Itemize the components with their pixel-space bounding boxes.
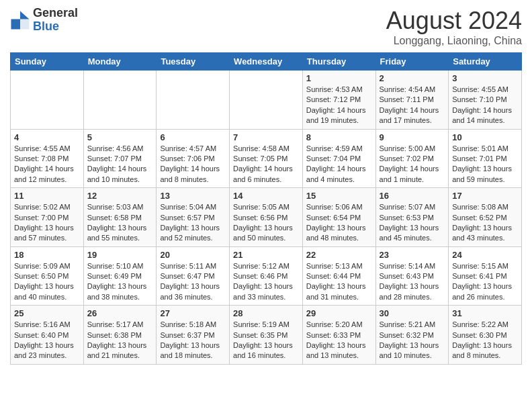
cell-sun-info: Sunrise: 5:18 AM Sunset: 6:37 PM Dayligh… (160, 320, 226, 361)
calendar-cell: 19Sunrise: 5:10 AM Sunset: 6:49 PM Dayli… (83, 246, 157, 306)
calendar-week-row: 18Sunrise: 5:09 AM Sunset: 6:50 PM Dayli… (11, 246, 522, 306)
cell-sun-info: Sunrise: 4:54 AM Sunset: 7:11 PM Dayligh… (380, 85, 445, 126)
calendar-cell: 25Sunrise: 5:16 AM Sunset: 6:40 PM Dayli… (11, 306, 84, 365)
calendar-cell: 14Sunrise: 5:05 AM Sunset: 6:56 PM Dayli… (230, 188, 303, 247)
day-number: 16 (380, 191, 445, 201)
day-number: 11 (14, 191, 80, 201)
cell-sun-info: Sunrise: 5:20 AM Sunset: 6:33 PM Dayligh… (306, 320, 372, 361)
cell-sun-info: Sunrise: 5:00 AM Sunset: 7:02 PM Dayligh… (380, 144, 445, 185)
day-of-week-header: Friday (375, 53, 449, 71)
cell-sun-info: Sunrise: 5:16 AM Sunset: 6:40 PM Dayligh… (14, 320, 80, 361)
calendar-cell: 7Sunrise: 4:58 AM Sunset: 7:05 PM Daylig… (230, 129, 303, 188)
day-number: 30 (380, 308, 445, 318)
cell-sun-info: Sunrise: 4:59 AM Sunset: 7:04 PM Dayligh… (306, 144, 372, 185)
svg-rect-2 (11, 19, 21, 29)
cell-sun-info: Sunrise: 5:19 AM Sunset: 6:35 PM Dayligh… (233, 320, 299, 361)
day-of-week-header: Sunday (11, 53, 84, 71)
cell-sun-info: Sunrise: 5:09 AM Sunset: 6:50 PM Dayligh… (14, 261, 80, 303)
day-number: 28 (233, 308, 299, 318)
page-header: General Blue August 2024 Longgang, Liaon… (10, 7, 522, 47)
day-number: 3 (452, 73, 518, 83)
day-number: 19 (87, 250, 153, 260)
cell-sun-info: Sunrise: 5:11 AM Sunset: 6:47 PM Dayligh… (160, 261, 226, 303)
day-of-week-header: Saturday (449, 53, 522, 71)
day-number: 12 (87, 191, 153, 201)
cell-sun-info: Sunrise: 5:21 AM Sunset: 6:32 PM Dayligh… (380, 320, 445, 361)
calendar-cell: 5Sunrise: 4:56 AM Sunset: 7:07 PM Daylig… (83, 129, 157, 188)
day-number: 17 (452, 191, 518, 201)
logo: General Blue (10, 7, 78, 34)
calendar-cell: 16Sunrise: 5:07 AM Sunset: 6:53 PM Dayli… (375, 188, 449, 247)
logo-icon (10, 10, 30, 30)
calendar-cell: 17Sunrise: 5:08 AM Sunset: 6:52 PM Dayli… (449, 188, 522, 247)
day-number: 29 (306, 308, 372, 318)
cell-sun-info: Sunrise: 5:07 AM Sunset: 6:53 PM Dayligh… (380, 202, 445, 244)
cell-sun-info: Sunrise: 5:17 AM Sunset: 6:38 PM Dayligh… (87, 320, 153, 361)
calendar-cell: 6Sunrise: 4:57 AM Sunset: 7:06 PM Daylig… (157, 129, 230, 188)
calendar-cell (11, 71, 84, 130)
calendar-cell: 15Sunrise: 5:06 AM Sunset: 6:54 PM Dayli… (302, 188, 375, 247)
calendar-cell: 28Sunrise: 5:19 AM Sunset: 6:35 PM Dayli… (230, 306, 303, 365)
calendar-cell (230, 71, 303, 130)
day-number: 10 (452, 132, 518, 142)
calendar-cell: 9Sunrise: 5:00 AM Sunset: 7:02 PM Daylig… (375, 129, 449, 188)
calendar-cell (157, 71, 230, 130)
cell-sun-info: Sunrise: 4:57 AM Sunset: 7:06 PM Dayligh… (160, 144, 226, 185)
cell-sun-info: Sunrise: 5:01 AM Sunset: 7:01 PM Dayligh… (452, 144, 518, 185)
calendar-cell: 12Sunrise: 5:03 AM Sunset: 6:58 PM Dayli… (83, 188, 157, 247)
location-text: Longgang, Liaoning, China (386, 35, 522, 47)
calendar-cell (83, 71, 157, 130)
calendar-week-row: 11Sunrise: 5:02 AM Sunset: 7:00 PM Dayli… (11, 188, 522, 247)
day-number: 18 (14, 250, 80, 260)
day-number: 7 (233, 132, 299, 142)
cell-sun-info: Sunrise: 5:13 AM Sunset: 6:44 PM Dayligh… (306, 261, 372, 303)
day-number: 26 (87, 308, 153, 318)
day-number: 24 (452, 250, 518, 260)
cell-sun-info: Sunrise: 5:02 AM Sunset: 7:00 PM Dayligh… (14, 202, 80, 244)
day-number: 1 (306, 73, 372, 83)
calendar-cell: 31Sunrise: 5:22 AM Sunset: 6:30 PM Dayli… (449, 306, 522, 365)
day-number: 20 (160, 250, 226, 260)
calendar-cell: 13Sunrise: 5:04 AM Sunset: 6:57 PM Dayli… (157, 188, 230, 247)
day-number: 2 (380, 73, 445, 83)
calendar-cell: 10Sunrise: 5:01 AM Sunset: 7:01 PM Dayli… (449, 129, 522, 188)
cell-sun-info: Sunrise: 4:55 AM Sunset: 7:10 PM Dayligh… (452, 85, 518, 126)
cell-sun-info: Sunrise: 4:55 AM Sunset: 7:08 PM Dayligh… (14, 144, 80, 185)
cell-sun-info: Sunrise: 5:08 AM Sunset: 6:52 PM Dayligh… (452, 202, 518, 244)
calendar-header-row: SundayMondayTuesdayWednesdayThursdayFrid… (11, 53, 522, 71)
calendar-cell: 20Sunrise: 5:11 AM Sunset: 6:47 PM Dayli… (157, 246, 230, 306)
day-number: 6 (160, 132, 226, 142)
cell-sun-info: Sunrise: 5:04 AM Sunset: 6:57 PM Dayligh… (160, 202, 226, 244)
calendar-cell: 22Sunrise: 5:13 AM Sunset: 6:44 PM Dayli… (302, 246, 375, 306)
svg-marker-0 (20, 11, 30, 19)
calendar-cell: 11Sunrise: 5:02 AM Sunset: 7:00 PM Dayli… (11, 188, 84, 247)
day-number: 21 (233, 250, 299, 260)
cell-sun-info: Sunrise: 5:06 AM Sunset: 6:54 PM Dayligh… (306, 202, 372, 244)
day-number: 15 (306, 191, 372, 201)
calendar-week-row: 4Sunrise: 4:55 AM Sunset: 7:08 PM Daylig… (11, 129, 522, 188)
day-of-week-header: Monday (83, 53, 157, 71)
calendar-cell: 18Sunrise: 5:09 AM Sunset: 6:50 PM Dayli… (11, 246, 84, 306)
calendar-cell: 1Sunrise: 4:53 AM Sunset: 7:12 PM Daylig… (302, 71, 375, 130)
calendar-cell: 23Sunrise: 5:14 AM Sunset: 6:43 PM Dayli… (375, 246, 449, 306)
calendar-cell: 26Sunrise: 5:17 AM Sunset: 6:38 PM Dayli… (83, 306, 157, 365)
day-number: 8 (306, 132, 372, 142)
calendar-week-row: 1Sunrise: 4:53 AM Sunset: 7:12 PM Daylig… (11, 71, 522, 130)
calendar-cell: 21Sunrise: 5:12 AM Sunset: 6:46 PM Dayli… (230, 246, 303, 306)
logo-general-text: General (33, 6, 78, 19)
month-title: August 2024 (386, 7, 522, 35)
day-number: 13 (160, 191, 226, 201)
day-number: 4 (14, 132, 80, 142)
cell-sun-info: Sunrise: 5:14 AM Sunset: 6:43 PM Dayligh… (380, 261, 445, 303)
calendar-table: SundayMondayTuesdayWednesdayThursdayFrid… (10, 52, 522, 365)
calendar-cell: 3Sunrise: 4:55 AM Sunset: 7:10 PM Daylig… (449, 71, 522, 130)
cell-sun-info: Sunrise: 4:53 AM Sunset: 7:12 PM Dayligh… (306, 85, 372, 126)
cell-sun-info: Sunrise: 5:03 AM Sunset: 6:58 PM Dayligh… (87, 202, 153, 244)
cell-sun-info: Sunrise: 5:12 AM Sunset: 6:46 PM Dayligh… (233, 261, 299, 303)
calendar-cell: 4Sunrise: 4:55 AM Sunset: 7:08 PM Daylig… (11, 129, 84, 188)
cell-sun-info: Sunrise: 5:15 AM Sunset: 6:41 PM Dayligh… (452, 261, 518, 303)
calendar-cell: 2Sunrise: 4:54 AM Sunset: 7:11 PM Daylig… (375, 71, 449, 130)
day-of-week-header: Tuesday (157, 53, 230, 71)
day-number: 22 (306, 250, 372, 260)
cell-sun-info: Sunrise: 5:05 AM Sunset: 6:56 PM Dayligh… (233, 202, 299, 244)
